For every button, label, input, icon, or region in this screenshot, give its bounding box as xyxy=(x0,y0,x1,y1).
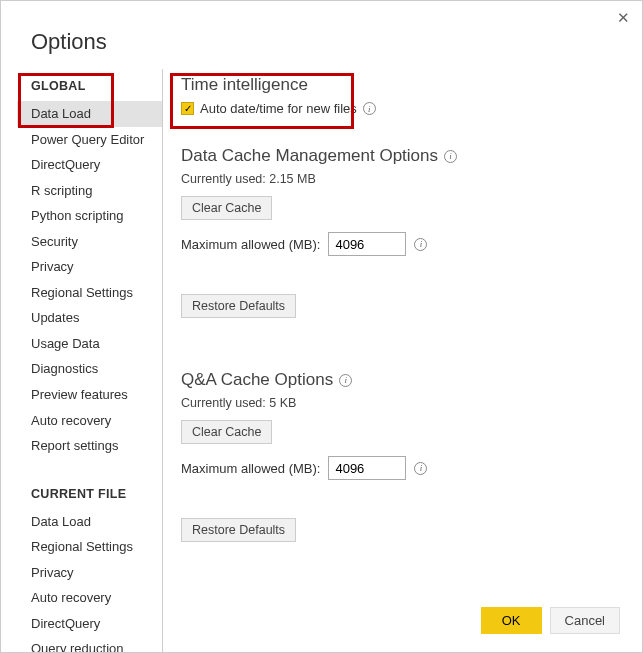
sidebar-header-current-file: CURRENT FILE xyxy=(17,477,162,509)
sidebar-item-cf-privacy[interactable]: Privacy xyxy=(17,560,162,586)
sidebar-item-security[interactable]: Security xyxy=(17,229,162,255)
sidebar-header-global: GLOBAL xyxy=(17,69,162,101)
info-icon[interactable]: i xyxy=(363,102,376,115)
sidebar-item-report-settings[interactable]: Report settings xyxy=(17,433,162,459)
ok-button[interactable]: OK xyxy=(481,607,542,634)
sidebar: GLOBAL Data Load Power Query Editor Dire… xyxy=(17,69,162,653)
dialog-title: Options xyxy=(1,1,642,69)
section-title-data-cache: Data Cache Management Options i xyxy=(181,146,622,166)
sidebar-item-privacy[interactable]: Privacy xyxy=(17,254,162,280)
sidebar-item-cf-query-reduction[interactable]: Query reduction xyxy=(17,636,162,653)
sidebar-item-cf-regional-settings[interactable]: Regional Settings xyxy=(17,534,162,560)
sidebar-item-data-load[interactable]: Data Load xyxy=(17,101,162,127)
info-icon[interactable]: i xyxy=(414,238,427,251)
auto-datetime-label: Auto date/time for new files xyxy=(200,101,357,116)
close-icon[interactable]: ✕ xyxy=(617,9,630,27)
sidebar-item-diagnostics[interactable]: Diagnostics xyxy=(17,356,162,382)
sidebar-item-usage-data[interactable]: Usage Data xyxy=(17,331,162,357)
cancel-button[interactable]: Cancel xyxy=(550,607,620,634)
data-cache-currently-used: Currently used: 2.15 MB xyxy=(181,172,622,186)
sidebar-item-cf-directquery[interactable]: DirectQuery xyxy=(17,611,162,637)
qa-cache-currently-used: Currently used: 5 KB xyxy=(181,396,622,410)
sidebar-item-cf-data-load[interactable]: Data Load xyxy=(17,509,162,535)
qa-cache-label: Q&A Cache Options xyxy=(181,370,333,390)
qa-cache-max-label: Maximum allowed (MB): xyxy=(181,461,320,476)
auto-datetime-checkbox[interactable]: ✓ xyxy=(181,102,194,115)
qa-cache-max-input[interactable] xyxy=(328,456,406,480)
qa-clear-cache-button[interactable]: Clear Cache xyxy=(181,420,272,444)
info-icon[interactable]: i xyxy=(414,462,427,475)
data-cache-max-input[interactable] xyxy=(328,232,406,256)
info-icon[interactable]: i xyxy=(339,374,352,387)
section-title-time-intelligence: Time intelligence xyxy=(181,75,622,95)
main-panel: Time intelligence ✓ Auto date/time for n… xyxy=(162,69,642,653)
info-icon[interactable]: i xyxy=(444,150,457,163)
sidebar-item-preview-features[interactable]: Preview features xyxy=(17,382,162,408)
sidebar-item-regional-settings[interactable]: Regional Settings xyxy=(17,280,162,306)
sidebar-item-r-scripting[interactable]: R scripting xyxy=(17,178,162,204)
clear-cache-button[interactable]: Clear Cache xyxy=(181,196,272,220)
data-cache-max-label: Maximum allowed (MB): xyxy=(181,237,320,252)
section-title-qa-cache: Q&A Cache Options i xyxy=(181,370,622,390)
sidebar-item-updates[interactable]: Updates xyxy=(17,305,162,331)
data-cache-label: Data Cache Management Options xyxy=(181,146,438,166)
sidebar-item-python-scripting[interactable]: Python scripting xyxy=(17,203,162,229)
qa-restore-defaults-button[interactable]: Restore Defaults xyxy=(181,518,296,542)
sidebar-item-directquery[interactable]: DirectQuery xyxy=(17,152,162,178)
sidebar-item-cf-auto-recovery[interactable]: Auto recovery xyxy=(17,585,162,611)
sidebar-item-auto-recovery[interactable]: Auto recovery xyxy=(17,408,162,434)
dialog-footer: OK Cancel xyxy=(481,607,620,634)
time-intelligence-label: Time intelligence xyxy=(181,75,308,95)
restore-defaults-button[interactable]: Restore Defaults xyxy=(181,294,296,318)
sidebar-item-power-query-editor[interactable]: Power Query Editor xyxy=(17,127,162,153)
